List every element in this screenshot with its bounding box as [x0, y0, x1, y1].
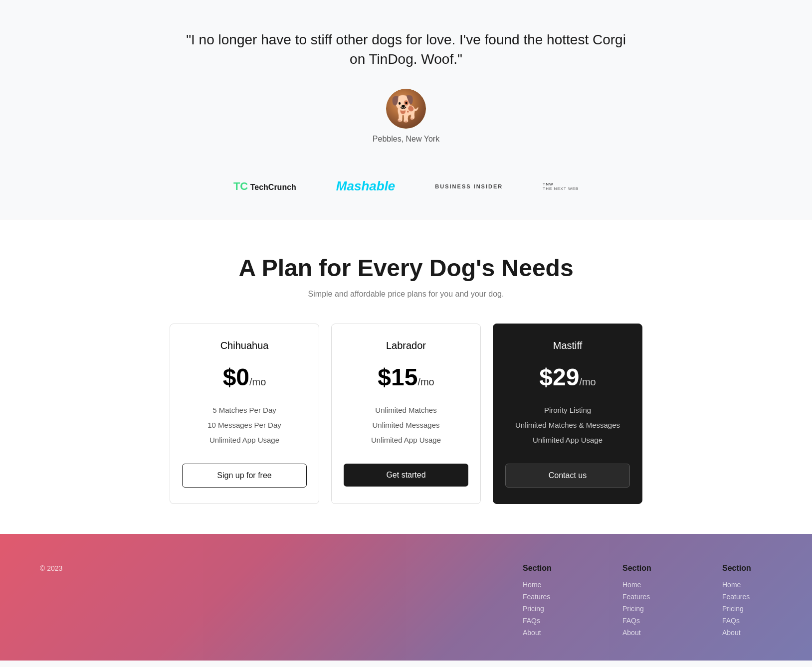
plan-chihuahua-features: 5 Matches Per Day 10 Messages Per Day Un… — [182, 403, 307, 448]
chihuahua-amount: $0 — [223, 364, 249, 390]
footer-col-3-pricing[interactable]: Pricing — [722, 605, 772, 613]
footer-copyright: © 2023 — [40, 564, 62, 572]
testimonial-section: "I no longer have to stiff other dogs fo… — [0, 0, 812, 164]
footer-col-2: Section Home Features Pricing FAQs About — [622, 564, 672, 641]
plan-labrador-price: $15/mo — [344, 363, 468, 391]
plan-labrador-name: Labrador — [344, 340, 468, 351]
footer-col-3: Section Home Features Pricing FAQs About — [722, 564, 772, 641]
pricing-section: A Plan for Every Dog's Needs Simple and … — [0, 219, 812, 534]
press-section: TC TechCrunch Mashable BUSINESS INSIDER … — [0, 164, 812, 219]
footer-col-3-faqs[interactable]: FAQs — [722, 617, 772, 625]
footer-col-1-features[interactable]: Features — [523, 593, 573, 601]
footer-col-3-features[interactable]: Features — [722, 593, 772, 601]
chihuahua-cta-button[interactable]: Sign up for free — [182, 464, 307, 488]
footer-col-3-home[interactable]: Home — [722, 581, 772, 589]
footer-col-1-about[interactable]: About — [523, 629, 573, 637]
tnw-logo: TNW THE NEXT WEB — [543, 182, 579, 191]
footer-col-3-title: Section — [722, 564, 772, 573]
mastiff-amount: $29 — [539, 364, 579, 390]
footer-col-3-about[interactable]: About — [722, 629, 772, 637]
pricing-subtitle: Simple and affordable price plans for yo… — [20, 290, 792, 299]
labrador-period: /mo — [417, 376, 434, 387]
feature-item: Unlimited Matches — [344, 403, 468, 418]
footer-col-2-features[interactable]: Features — [622, 593, 672, 601]
mastiff-period: /mo — [579, 376, 596, 387]
business-insider-logo: BUSINESS INSIDER — [435, 183, 503, 189]
plan-labrador: Labrador $15/mo Unlimited Matches Unlimi… — [331, 324, 481, 504]
plan-chihuahua-price: $0/mo — [182, 363, 307, 391]
footer-col-1-pricing[interactable]: Pricing — [523, 605, 573, 613]
tnw-label: TNW — [543, 182, 579, 186]
plan-chihuahua: Chihuahua $0/mo 5 Matches Per Day 10 Mes… — [170, 324, 319, 504]
plan-labrador-features: Unlimited Matches Unlimited Messages Unl… — [344, 403, 468, 448]
plan-mastiff-price: $29/mo — [505, 363, 630, 391]
footer-col-2-home[interactable]: Home — [622, 581, 672, 589]
footer-col-2-title: Section — [622, 564, 672, 573]
feature-item: 5 Matches Per Day — [182, 403, 307, 418]
mashable-logo: Mashable — [336, 178, 396, 194]
labrador-cta-button[interactable]: Get started — [344, 464, 468, 487]
tc-icon: TC — [233, 180, 248, 192]
footer-columns: Section Home Features Pricing FAQs About… — [297, 564, 772, 641]
avatar-image — [386, 89, 426, 129]
footer-col-2-faqs[interactable]: FAQs — [622, 617, 672, 625]
feature-item: Pirority Listing — [505, 403, 630, 418]
feature-item: Unlimited App Usage — [505, 433, 630, 448]
mashable-label: Mashable — [336, 178, 396, 193]
footer-col-1-home[interactable]: Home — [523, 581, 573, 589]
plan-mastiff-name: Mastiff — [505, 340, 630, 351]
pricing-cards: Chihuahua $0/mo 5 Matches Per Day 10 Mes… — [157, 324, 655, 504]
feature-item: Unlimited App Usage — [344, 433, 468, 448]
footer-col-2-pricing[interactable]: Pricing — [622, 605, 672, 613]
footer-col-2-about[interactable]: About — [622, 629, 672, 637]
footer: © 2023 Section Home Features Pricing FAQ… — [0, 534, 812, 661]
feature-item: Unlimited App Usage — [182, 433, 307, 448]
footer-col-1: Section Home Features Pricing FAQs About — [523, 564, 573, 641]
footer-col-1-faqs[interactable]: FAQs — [523, 617, 573, 625]
feature-item: Unlimited Matches & Messages — [505, 418, 630, 433]
feature-item: 10 Messages Per Day — [182, 418, 307, 433]
chihuahua-period: /mo — [249, 376, 266, 387]
testimonial-quote: "I no longer have to stiff other dogs fo… — [182, 30, 630, 69]
plan-mastiff-features: Pirority Listing Unlimited Matches & Mes… — [505, 403, 630, 448]
mastiff-cta-button[interactable]: Contact us — [505, 464, 630, 488]
testimonial-author: Pebbles, New York — [20, 135, 792, 144]
footer-col-1-title: Section — [523, 564, 573, 573]
plan-chihuahua-name: Chihuahua — [182, 340, 307, 351]
tc-label: TechCrunch — [250, 183, 296, 191]
footer-left: © 2023 — [40, 564, 277, 641]
pricing-title: A Plan for Every Dog's Needs — [20, 254, 792, 282]
plan-mastiff: Mastiff $29/mo Pirority Listing Unlimite… — [493, 324, 642, 504]
techcrunch-logo: TC TechCrunch — [233, 180, 296, 193]
avatar — [386, 89, 426, 129]
labrador-amount: $15 — [378, 364, 417, 390]
bi-label: BUSINESS INSIDER — [435, 183, 503, 189]
feature-item: Unlimited Messages — [344, 418, 468, 433]
tnw-subtitle: THE NEXT WEB — [543, 186, 579, 191]
